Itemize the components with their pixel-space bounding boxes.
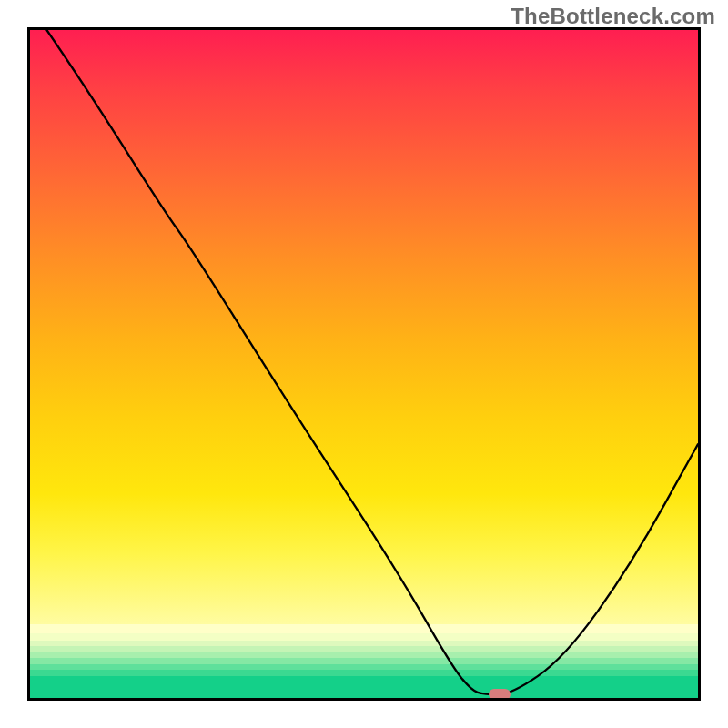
optimal-marker [489, 689, 511, 698]
plot-inner [30, 30, 698, 698]
curve-layer [30, 30, 698, 698]
plot-area [27, 27, 701, 701]
bottleneck-chart: TheBottleneck.com [0, 0, 728, 728]
bottleneck-curve-path [46, 30, 698, 694]
watermark-text: TheBottleneck.com [511, 4, 715, 29]
